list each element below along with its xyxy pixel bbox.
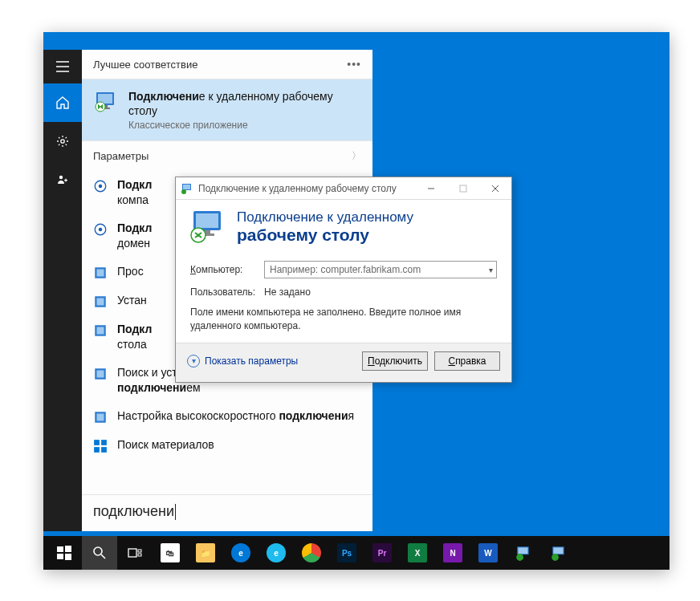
materials-label: Поиск материалов [117,437,214,453]
best-match-item[interactable]: Подключение к удаленному рабочему столу … [82,79,372,140]
edge-button[interactable]: e [223,536,258,570]
store-button[interactable]: 🛍 [153,536,188,570]
explorer-button[interactable]: 📁 [188,536,223,570]
home-icon [55,95,70,110]
svg-rect-36 [57,546,63,552]
rdp-header: Подключение к удаленному рабочему столу [176,200,511,258]
desktop: Лучшее соответствие ••• Подключение к уд… [43,32,669,570]
photoshop-icon: Ps [337,543,356,562]
svg-rect-28 [183,185,190,189]
excel-button[interactable]: X [400,536,435,570]
excel-icon: X [408,543,427,562]
rdp-taskbar-button[interactable] [506,536,541,570]
settings-icon [93,367,108,381]
search-box[interactable]: подключени [82,494,372,531]
settings-button[interactable] [43,122,82,160]
rdp-icon [93,89,119,115]
chrome-button[interactable] [294,536,329,570]
list-item[interactable]: Настройка высокоскоростного подключения [82,402,372,431]
onenote-button[interactable]: N [435,536,470,570]
ie-icon: e [267,543,286,562]
svg-rect-45 [518,547,527,554]
results-header: Лучшее соответствие ••• [82,50,372,79]
window-title: Подключение к удаленному рабочему столу [198,183,415,194]
photoshop-button[interactable]: Ps [329,536,364,570]
svg-rect-41 [128,549,136,557]
svg-rect-37 [65,546,71,552]
chevron-right-icon: 〉 [352,149,361,163]
rdp-heading-line2: рабочему столу [237,225,413,245]
account-button[interactable] [43,160,82,199]
best-match-title: Подключение к удаленному рабочему столу [128,89,361,118]
taskview-icon [127,545,143,561]
params-label: Параметры [93,150,149,162]
windows-icon [93,439,108,453]
svg-point-1 [59,176,63,179]
svg-rect-20 [97,370,104,377]
word-button[interactable]: W [470,536,506,570]
user-label: Пользователь: [190,286,256,298]
svg-rect-23 [94,440,100,445]
store-icon: 🛍 [161,543,180,562]
svg-rect-24 [101,440,107,445]
settings-icon [93,410,108,424]
svg-point-49 [551,554,559,561]
rdp-icon [181,182,193,195]
help-button[interactable]: Справка [434,351,500,371]
rdp-taskbar-button-2[interactable] [541,536,576,570]
materials-item[interactable]: Поиск материалов [82,431,372,460]
best-match-subtitle: Классическое приложение [128,120,361,131]
rdp-large-icon [189,208,227,246]
svg-rect-3 [65,179,66,182]
hamburger-icon [56,61,69,72]
svg-rect-48 [553,547,563,554]
show-params-button[interactable]: ▾ Показать параметры [187,355,298,368]
chevron-down-icon: ▾ [489,266,493,274]
onenote-icon: N [443,543,462,562]
svg-point-29 [181,189,186,194]
text-cursor [175,504,176,520]
rdp-window: Подключение к удаленному рабочему столу … [175,177,512,383]
close-button[interactable] [479,177,511,200]
user-value: Не задано [264,286,311,298]
edge-icon: e [231,543,250,562]
start-sidebar [43,50,82,531]
start-button[interactable] [47,536,82,570]
svg-point-40 [94,547,102,555]
svg-rect-18 [97,327,104,334]
ie-button[interactable]: e [258,536,294,570]
settings-icon [93,266,108,280]
maximize-icon [459,185,467,193]
more-button[interactable]: ••• [347,58,361,71]
expand-icon: ▾ [187,355,200,368]
taskview-button[interactable] [117,536,153,570]
chrome-icon [302,543,321,562]
params-section[interactable]: Параметры 〉 [82,140,372,171]
maximize-button[interactable] [447,177,479,200]
home-button[interactable] [43,83,82,122]
computer-combobox[interactable]: Например: computer.fabrikam.com ▾ [264,261,497,278]
connect-button[interactable]: Подключить [362,351,428,371]
taskbar: 🛍 📁 e e Ps Pr X N W [43,536,669,570]
premiere-button[interactable]: Pr [364,536,400,570]
close-icon [491,185,499,193]
minimize-button[interactable] [415,177,447,200]
computer-label: Компьютер: [190,264,256,275]
svg-point-0 [61,140,64,143]
search-icon [92,545,108,561]
rdp-icon [515,544,532,562]
svg-point-46 [516,554,523,561]
rdp-footer: ▾ Показать параметры Подключить Справка [176,343,511,382]
gear-icon [93,179,108,193]
minimize-icon [427,185,435,193]
svg-rect-26 [101,447,107,453]
hamburger-button[interactable] [43,50,82,83]
settings-icon [93,294,108,309]
svg-rect-16 [97,298,104,305]
rdp-titlebar[interactable]: Подключение к удаленному рабочему столу [176,177,511,200]
rdp-body: Компьютер: Например: computer.fabrikam.c… [176,258,511,343]
svg-rect-25 [94,447,100,453]
svg-rect-42 [138,550,141,552]
taskbar-search-button[interactable] [82,536,117,570]
svg-rect-32 [196,213,218,228]
